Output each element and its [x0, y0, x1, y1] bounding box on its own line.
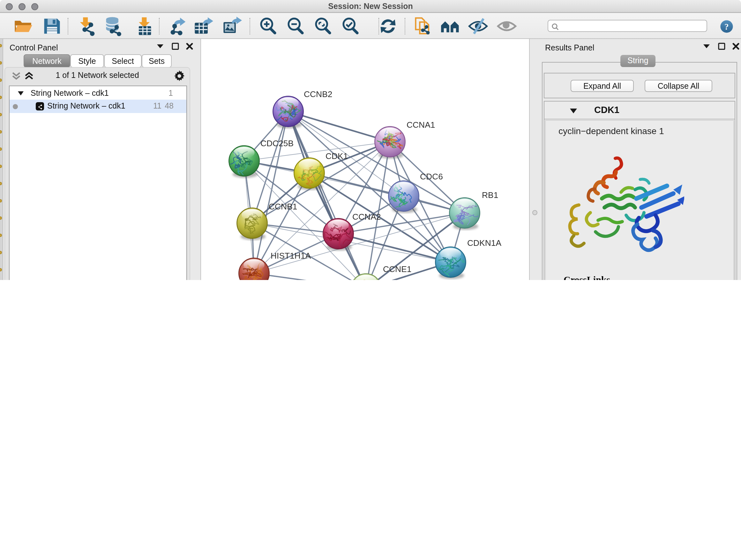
svg-text:CDC25B: CDC25B — [260, 138, 293, 148]
svg-text:CCNB2: CCNB2 — [304, 89, 332, 99]
svg-text:CDKN1A: CDKN1A — [467, 238, 501, 248]
svg-text:CDK1: CDK1 — [326, 151, 348, 161]
svg-text:?: ? — [724, 22, 729, 32]
svg-text:HIST1H1A: HIST1H1A — [271, 251, 311, 260]
svg-text:CCNE1: CCNE1 — [383, 264, 411, 274]
svg-text:CCNA1: CCNA1 — [407, 120, 435, 130]
svg-text:CCNA2: CCNA2 — [352, 212, 381, 222]
svg-text:RB1: RB1 — [482, 190, 498, 200]
svg-text:CDC6: CDC6 — [420, 172, 443, 181]
svg-text:CCNB1: CCNB1 — [269, 202, 297, 211]
